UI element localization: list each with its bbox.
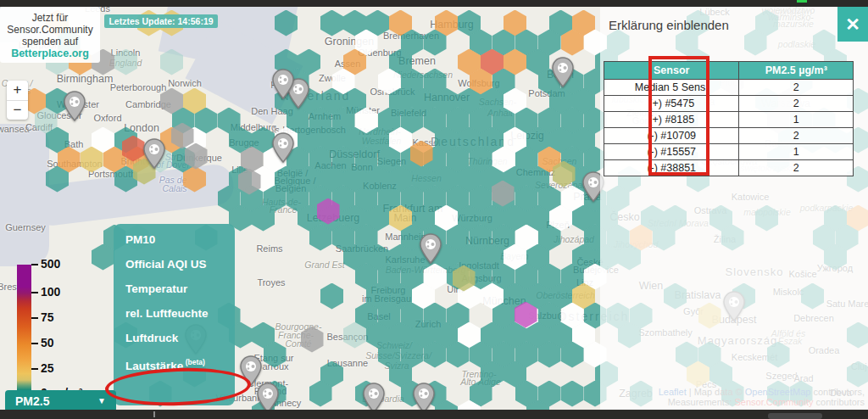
color-scale-legend: 5001007550250 µg/m³ [0,259,93,403]
donation-line: spenden auf [0,36,100,47]
legend-tick-label: 75 [41,310,54,324]
value-cell: 2 [739,128,854,144]
zoom-out-button[interactable]: − [7,100,28,120]
sensor-table: Sensor PM2.5 µg/m³ Median 5 Sens.2(+) #5… [604,61,854,176]
donation-box: Jetzt für Sensor.Community spenden auf B… [0,7,100,63]
layer-menu-item-luftdruck[interactable]: Luftdruck [114,326,235,350]
value-cell: 1 [739,144,854,160]
value-cell: 2 [739,160,854,176]
donation-line: Sensor.Community [0,24,100,36]
legend-tick-label: 25 [41,361,54,375]
legend-tick-label: 50 [41,336,54,349]
red-annotation-rectangle [648,56,709,176]
layer-menu-item-official-aqi-us[interactable]: Official AQI US [114,252,235,277]
table-row: (-) #155571 [604,144,854,160]
layer-menu-item-rel-luftfeuchte[interactable]: rel. Luftfeuchte [114,301,235,326]
map-pin-marker[interactable] [272,132,294,166]
bottom-bar-tick [153,411,155,417]
layer-menu-item-temperatur[interactable]: Temperatur [114,277,235,301]
zoom-in-button[interactable]: + [7,81,28,100]
value-column-header: PM2.5 µg/m³ [739,62,854,80]
legend-tick [31,292,38,293]
layer-menu-item-pm10[interactable]: PM10 [114,227,235,252]
zoom-controls: + − [7,81,28,120]
table-row: (+) #81851 [604,112,854,128]
table-row: Median 5 Sens.2 [604,80,854,96]
legend-tick [31,368,38,370]
map-pin-marker[interactable] [64,91,86,125]
legend-tick-label: 100 [41,285,60,299]
bottom-window-bar [0,410,868,419]
value-cell: 1 [739,112,854,128]
selected-layer-label: PM2.5 [15,394,49,408]
value-cell: 2 [739,80,854,96]
last-update-badge: Letztes Update: 14:56:19 [104,14,218,28]
app-window: LeedsHullLiverpoolLincolnBirminghamPeter… [0,0,868,419]
top-bar-accent [797,0,807,3]
donation-line: Jetzt für [0,12,100,24]
value-cell: 2 [739,96,854,112]
betterplace-link[interactable]: Betterplace.org [0,47,100,59]
close-icon[interactable]: ✕ [837,7,868,42]
map-pin-marker[interactable] [272,69,294,103]
table-row: (-) #107092 [604,128,854,144]
legend-tick [31,343,38,344]
legend-gradient-bar [17,265,31,394]
panel-title[interactable]: Erklärung einblenden [609,18,729,32]
table-row: (+) #54752 [604,96,854,112]
table-row: (-) #388512 [604,160,854,176]
map-pin-marker[interactable] [552,57,574,91]
legend-tick [31,317,38,319]
beta-tag: (beta) [183,358,205,366]
map-pin-marker[interactable] [420,233,442,267]
top-window-bar [0,0,868,7]
map-pin-marker[interactable] [143,138,165,172]
legend-tick-label: 500 [41,257,60,271]
bottom-bar-handle [768,413,822,419]
legend-tick [31,264,38,265]
